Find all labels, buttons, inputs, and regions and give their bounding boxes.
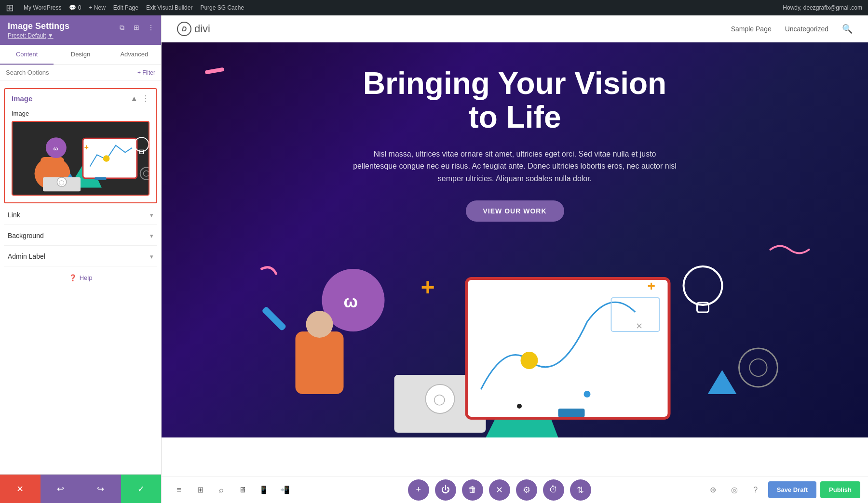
- nav-link-sample-page[interactable]: Sample Page: [731, 25, 772, 33]
- filter-button[interactable]: + Filter: [137, 69, 155, 76]
- divi-logo-circle: D: [177, 22, 191, 36]
- search-input[interactable]: [6, 69, 134, 76]
- redo-button[interactable]: ↪: [81, 475, 121, 503]
- canvas-scroll[interactable]: Bringing Your Vision to Life Nisl massa,…: [162, 42, 868, 476]
- sidebar-preset: Preset: Default ▼: [8, 32, 153, 39]
- close-x-button[interactable]: ✕: [489, 479, 510, 501]
- help-label: Help: [80, 274, 93, 281]
- svg-point-41: [750, 359, 767, 376]
- nav-link-uncategorized[interactable]: Uncategorized: [785, 25, 828, 33]
- settings-button[interactable]: ⚙: [516, 479, 537, 501]
- svg-text:+: +: [84, 143, 89, 151]
- background-section-header[interactable]: Background ▾: [4, 226, 157, 246]
- hero-description: Nisl massa, ultrices vitae ornare sit am…: [351, 148, 679, 185]
- builder-grid-icon: ⊞: [197, 485, 203, 494]
- sidebar-header-icons: ⧉ ⊞ ⋮: [117, 22, 156, 33]
- power-button[interactable]: ⏻: [435, 479, 456, 501]
- admin-bar-edit-page[interactable]: Edit Page: [113, 4, 138, 11]
- tab-design[interactable]: Design: [54, 45, 107, 65]
- builder-grid-button[interactable]: ⊞: [190, 480, 210, 500]
- admin-bar-comments[interactable]: 💬 0: [69, 4, 81, 11]
- sidebar-panel: Image Settings Preset: Default ▼ ⧉ ⊞ ⋮ C…: [0, 15, 162, 503]
- settings-icon: ⚙: [523, 485, 530, 495]
- sidebar-more-icon[interactable]: ⋮: [146, 22, 156, 33]
- wan-button[interactable]: ◎: [726, 481, 743, 499]
- admin-bar-new[interactable]: + New: [89, 4, 106, 11]
- layout-icon: ⇅: [577, 485, 584, 495]
- divi-nav-right: Sample Page Uncategorized 🔍: [731, 24, 853, 34]
- admin-bar-purge-cache[interactable]: Purge SG Cache: [200, 4, 244, 11]
- svg-rect-36: [558, 409, 585, 417]
- tab-advanced[interactable]: Advanced: [108, 45, 161, 65]
- chevron-up-icon[interactable]: ▲: [130, 94, 138, 103]
- help-icon: ❓: [69, 274, 77, 281]
- tab-content[interactable]: Content: [0, 45, 54, 65]
- sidebar-tabs: Content Design Advanced: [0, 45, 161, 65]
- hero-section: Bringing Your Vision to Life Nisl massa,…: [162, 42, 868, 437]
- add-module-button[interactable]: +: [408, 479, 429, 501]
- image-thumbnail[interactable]: ω: [12, 121, 149, 196]
- admin-label-section-label: Admin Label: [8, 252, 45, 260]
- sidebar-copy-icon[interactable]: ⧉: [117, 22, 127, 33]
- background-section: Background ▾: [0, 226, 161, 246]
- svg-text:ω: ω: [53, 145, 58, 151]
- link-section-header[interactable]: Link ▾: [4, 205, 157, 225]
- sidebar-columns-icon[interactable]: ⊞: [131, 22, 142, 33]
- admin-bar-howdy: Howdy, deezgrafix@gmail.com: [783, 4, 862, 11]
- publish-button[interactable]: Publish: [820, 481, 860, 498]
- image-section-header[interactable]: Image ▲ ⋮: [5, 89, 156, 108]
- history-icon: ⏱: [549, 485, 558, 495]
- svg-point-31: [521, 352, 538, 369]
- hero-illustration: ω + ◯: [162, 206, 868, 437]
- wp-logo-icon[interactable]: ⊞: [6, 2, 14, 13]
- phone-icon: 📲: [280, 485, 290, 494]
- help-link[interactable]: ❓ Help: [0, 266, 161, 289]
- image-sublabel: Image: [5, 108, 156, 121]
- builder-bar-center: + ⏻ 🗑 ✕ ⚙ ⏱ ⇅: [295, 479, 705, 501]
- undo-icon: ↩: [57, 484, 64, 494]
- svg-point-7: [103, 155, 110, 162]
- link-chevron-icon[interactable]: ▾: [150, 212, 153, 219]
- builder-menu-button[interactable]: ≡: [169, 480, 189, 500]
- background-chevron-icon[interactable]: ▾: [150, 232, 153, 239]
- divi-logo: D divi: [177, 22, 210, 36]
- save-draft-button[interactable]: Save Draft: [768, 481, 816, 498]
- deco-pink-bar-top: [205, 67, 225, 75]
- divi-brand-name: divi: [194, 23, 210, 35]
- history-button[interactable]: ⏱: [543, 479, 564, 501]
- save-check-button[interactable]: ✓: [121, 475, 162, 503]
- builder-desktop-button[interactable]: 🖥: [233, 480, 252, 500]
- hero-cta-button[interactable]: VIEW OUR WORK: [466, 200, 564, 222]
- admin-label-chevron-icon[interactable]: ▾: [150, 253, 153, 260]
- undo-button[interactable]: ↩: [41, 475, 81, 503]
- zoom-button[interactable]: ⊕: [705, 481, 722, 499]
- help-question-button[interactable]: ?: [747, 481, 764, 499]
- section-more-icon[interactable]: ⋮: [142, 94, 149, 103]
- svg-point-23: [306, 311, 333, 338]
- admin-label-section-header[interactable]: Admin Label ▾: [4, 247, 157, 266]
- layout-button[interactable]: ⇅: [570, 479, 591, 501]
- builder-search-button[interactable]: ⌕: [212, 480, 231, 500]
- builder-tablet-button[interactable]: 📱: [254, 480, 273, 500]
- add-icon: +: [416, 485, 421, 495]
- hero-dots: [508, 404, 522, 409]
- trash-button[interactable]: 🗑: [462, 479, 483, 501]
- admin-bar-site-name[interactable]: My WordPress: [24, 4, 61, 11]
- cancel-button[interactable]: ✕: [0, 475, 41, 503]
- svg-rect-22: [296, 331, 344, 394]
- background-section-label: Background: [8, 232, 44, 239]
- admin-label-section: Admin Label ▾: [0, 247, 161, 266]
- hero-dot-1[interactable]: [508, 404, 513, 409]
- admin-bar-exit-vb[interactable]: Exit Visual Builder: [146, 4, 193, 11]
- sidebar-search-bar: + Filter: [0, 65, 161, 80]
- zoom-icon: ⊕: [710, 485, 716, 494]
- sidebar-footer: ✕ ↩ ↪ ✓: [0, 474, 161, 503]
- wan-icon: ◎: [731, 485, 738, 494]
- divi-nav: D divi Sample Page Uncategorized 🔍: [162, 15, 868, 42]
- hero-dot-2-active[interactable]: [517, 404, 522, 409]
- builder-phone-button[interactable]: 📲: [275, 480, 295, 500]
- svg-point-32: [584, 391, 591, 397]
- svg-point-40: [739, 348, 778, 387]
- image-section-title: Image: [12, 94, 32, 103]
- nav-search-icon[interactable]: 🔍: [842, 24, 853, 34]
